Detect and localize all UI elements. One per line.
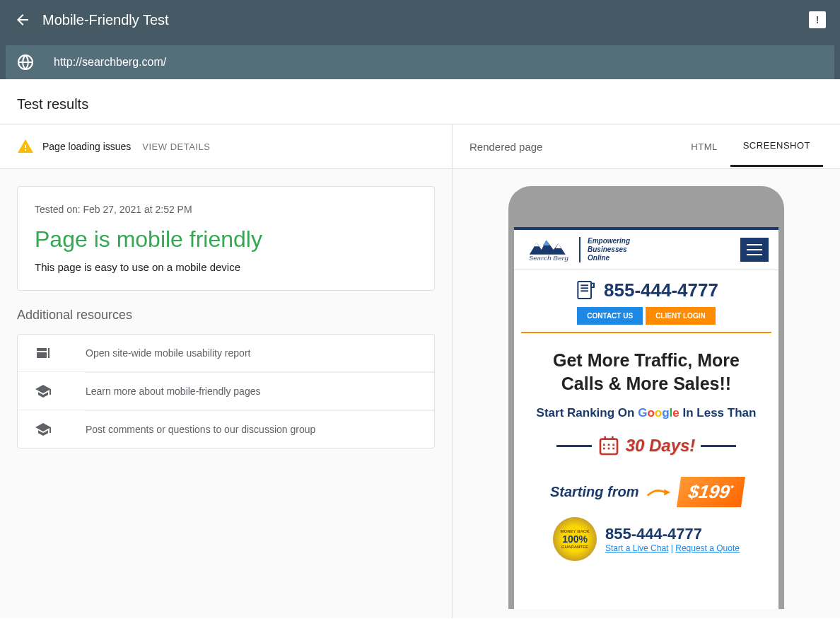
preview-tagline: Businesses — [588, 245, 630, 254]
guarantee-badge-icon: MONEY BACK 100% GUARANTEE — [553, 517, 597, 561]
preview-tagline: Online — [588, 254, 630, 262]
svg-marker-20 — [664, 489, 670, 495]
phone-preview-frame: Search Berg Empowering Businesses Online… — [508, 186, 784, 609]
svg-text:Search Berg: Search Berg — [529, 254, 568, 262]
school-icon — [35, 383, 52, 400]
globe-icon — [17, 54, 34, 71]
preview-login-button: CLIENT LOGIN — [646, 307, 716, 325]
preview-footer-phone: 855-444-4777 — [605, 525, 740, 543]
svg-rect-15 — [607, 444, 609, 446]
svg-rect-11 — [600, 439, 617, 454]
svg-marker-4 — [556, 243, 561, 248]
tab-html[interactable]: HTML — [678, 127, 730, 166]
preview-hero-title: Get More Traffic, More Calls & More Sale… — [524, 349, 769, 395]
svg-rect-6 — [578, 282, 591, 299]
preview-hero-subtitle: Start Ranking On Google In Less Than — [524, 406, 769, 420]
issues-label: Page loading issues — [42, 141, 131, 152]
svg-marker-2 — [535, 243, 539, 246]
url-input-bar[interactable]: http://searchberg.com/ — [6, 45, 834, 79]
svg-marker-3 — [543, 240, 550, 245]
tab-screenshot[interactable]: SCREENSHOT — [730, 126, 823, 167]
svg-rect-19 — [612, 448, 614, 450]
result-card: Tested on: Feb 27, 2021 at 2:52 PM Page … — [17, 186, 435, 291]
preview-tagline: Empowering — [588, 237, 630, 245]
svg-rect-13 — [612, 436, 614, 440]
issues-bar: Page loading issues VIEW DETAILS — [0, 125, 452, 169]
preview-30days-text: 30 Days! — [626, 436, 696, 456]
feedback-icon[interactable]: ! — [809, 11, 826, 28]
phone-icon — [574, 279, 597, 301]
resource-learn-more[interactable]: Learn more about mobile-friendly pages — [18, 373, 434, 410]
result-description: This page is easy to use on a mobile dev… — [35, 261, 417, 273]
result-title: Page is mobile friendly — [35, 226, 417, 253]
preview-starting-from: Starting from — [550, 484, 639, 500]
school-icon — [35, 421, 52, 438]
additional-resources-title: Additional resources — [17, 308, 435, 323]
preview-hamburger-icon — [740, 238, 769, 262]
calendar-icon — [597, 434, 620, 457]
preview-contact-button: CONTACT US — [577, 307, 643, 325]
svg-rect-18 — [607, 448, 609, 450]
svg-rect-14 — [603, 444, 605, 446]
page-title: Mobile-Friendly Test — [42, 12, 809, 28]
resource-label: Learn more about mobile-friendly pages — [86, 386, 260, 397]
mountain-icon: Search Berg — [524, 238, 573, 262]
report-icon — [35, 345, 52, 361]
back-arrow-icon[interactable] — [14, 11, 31, 28]
tested-on-text: Tested on: Feb 27, 2021 at 2:52 PM — [35, 204, 417, 215]
resource-label: Open site-wide mobile usability report — [86, 347, 250, 359]
resource-discussion[interactable]: Post comments or questions to our discus… — [18, 411, 434, 448]
rendered-page-label: Rendered page — [469, 141, 678, 153]
svg-rect-17 — [603, 448, 605, 450]
svg-rect-16 — [612, 444, 614, 446]
resource-label: Post comments or questions to our discus… — [86, 424, 315, 435]
view-details-link[interactable]: VIEW DETAILS — [142, 141, 210, 152]
url-text: http://searchberg.com/ — [54, 56, 166, 69]
preview-price-badge: $199* — [676, 477, 745, 507]
preview-phone-number: 855-444-4777 — [604, 279, 718, 301]
phone-screen: Search Berg Empowering Businesses Online… — [514, 227, 778, 609]
preview-logo: Search Berg Empowering Businesses Online — [524, 237, 630, 262]
resource-usability-report[interactable]: Open site-wide mobile usability report — [18, 335, 434, 372]
svg-rect-10 — [591, 284, 594, 287]
results-header: Test results — [17, 96, 823, 112]
svg-rect-12 — [604, 436, 606, 440]
warning-icon — [17, 138, 34, 155]
arrow-icon — [646, 485, 672, 499]
preview-footer-links: Start a Live Chat | Request a Quote — [605, 543, 740, 553]
